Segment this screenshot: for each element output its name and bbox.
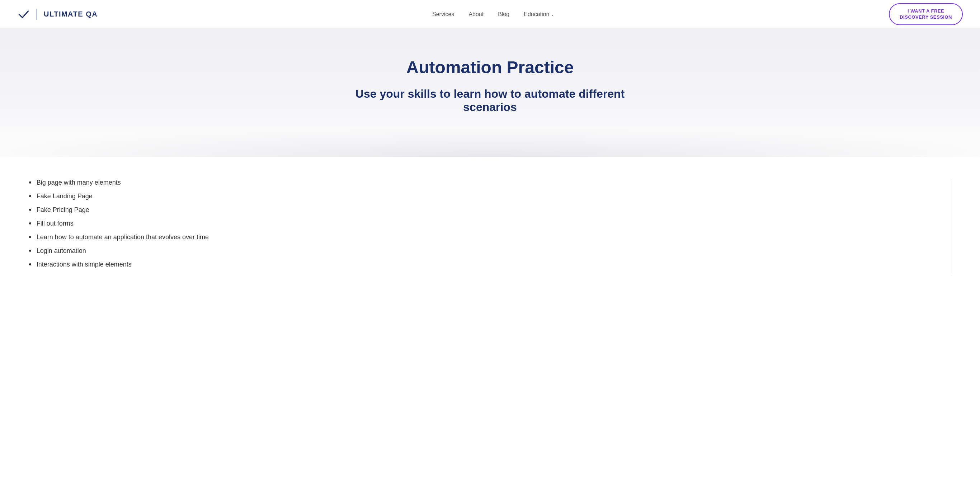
list-item: Fake Landing Page [29, 192, 929, 200]
cta-discovery-button[interactable]: I WANT A FREEDISCOVERY SESSION [889, 3, 963, 26]
list-item: Big page with many elements [29, 179, 929, 187]
chevron-down-icon: ⌄ [550, 12, 554, 17]
list-item: Fill out forms [29, 219, 929, 227]
vertical-divider [951, 179, 951, 274]
main-content: Big page with many elementsFake Landing … [0, 157, 980, 296]
nav-services[interactable]: Services [432, 11, 454, 18]
logo-area[interactable]: ULTIMATE QA [17, 8, 97, 21]
nav-about[interactable]: About [468, 11, 484, 18]
main-nav: Services About Blog Education ⌄ [432, 11, 554, 18]
list-item: Login automation [29, 247, 929, 255]
logo-check-icon [17, 8, 30, 21]
nav-education[interactable]: Education ⌄ [524, 11, 554, 18]
practice-list: Big page with many elementsFake Landing … [29, 179, 929, 268]
nav-blog[interactable]: Blog [498, 11, 509, 18]
hero-section: Automation Practice Use your skills to l… [0, 29, 980, 157]
list-item: Learn how to automate an application tha… [29, 233, 929, 241]
hero-title: Automation Practice [17, 58, 963, 77]
site-header: ULTIMATE QA Services About Blog Educatio… [0, 0, 980, 29]
hero-subtitle: Use your skills to learn how to automate… [329, 87, 651, 114]
list-item: Fake Pricing Page [29, 206, 929, 214]
logo-divider [37, 9, 37, 20]
list-item: Interactions with simple elements [29, 260, 929, 268]
practice-list-section: Big page with many elementsFake Landing … [29, 179, 929, 274]
logo-text: ULTIMATE QA [44, 10, 97, 18]
